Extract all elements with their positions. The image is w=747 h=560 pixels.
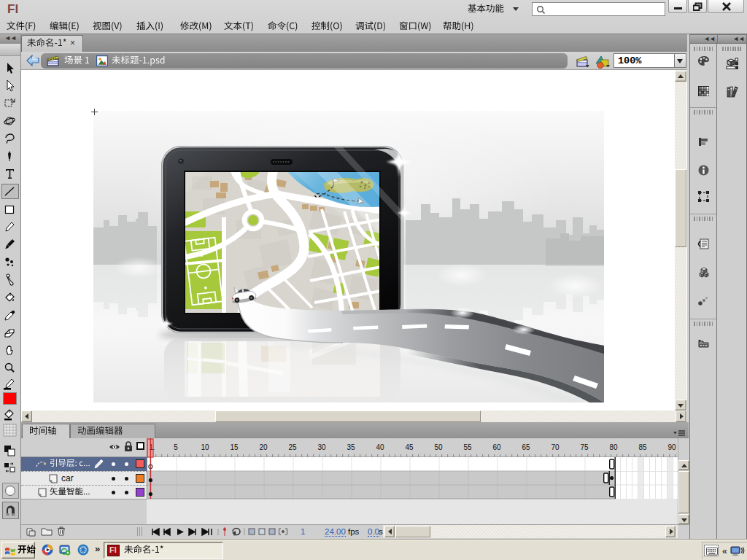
svg-text:35: 35 [347,443,355,451]
svg-text:45: 45 [405,443,414,451]
svg-text:50: 50 [434,443,443,451]
svg-text:25: 25 [288,443,297,451]
svg-text:5: 5 [174,443,178,451]
svg-text:15: 15 [230,443,239,451]
svg-text:65: 65 [522,443,530,451]
svg-text:90: 90 [667,443,676,451]
svg-text:1: 1 [149,443,153,451]
svg-text:10: 10 [201,443,209,451]
svg-text:30: 30 [317,443,326,451]
svg-text:20: 20 [259,443,268,451]
svg-text:70: 70 [551,443,560,451]
svg-text:85: 85 [638,443,647,451]
svg-text:75: 75 [580,443,589,451]
svg-text:55: 55 [463,443,472,451]
svg-text:80: 80 [609,443,618,451]
svg-text:60: 60 [492,443,501,451]
svg-text:40: 40 [376,443,384,451]
